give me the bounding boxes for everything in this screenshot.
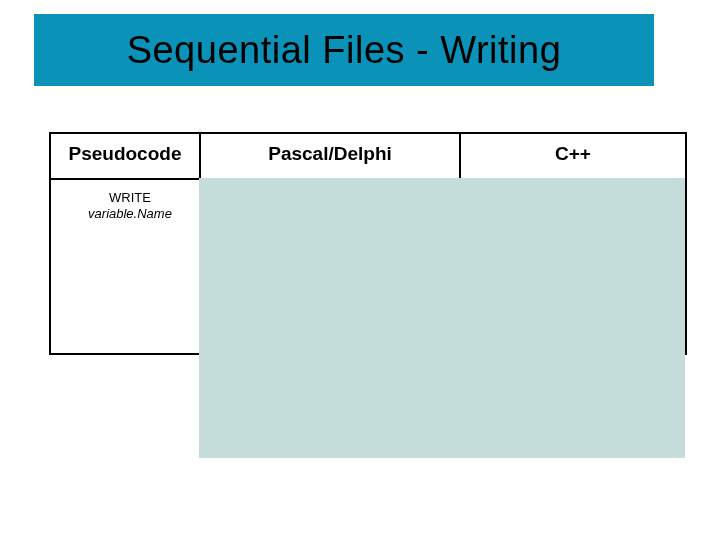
pseudocode-keyword: WRITE: [109, 190, 151, 205]
col-header-cpp: C++: [460, 133, 686, 179]
pseudocode-variable: variable.Name: [88, 206, 172, 221]
col-header-pascal-label: Pascal/Delphi: [201, 134, 459, 165]
col-header-pascal: Pascal/Delphi: [200, 133, 460, 179]
slide-title: Sequential Files - Writing: [127, 29, 562, 72]
col-header-pseudocode: Pseudocode: [50, 133, 200, 179]
col-header-cpp-label: C++: [461, 134, 685, 165]
pseudocode-snippet: WRITE variable.Name: [51, 180, 199, 223]
col-header-pseudocode-label: Pseudocode: [51, 134, 199, 165]
slide-title-bar: Sequential Files - Writing: [34, 14, 654, 86]
content-overlay-panel: [199, 178, 685, 458]
table-header-row: Pseudocode Pascal/Delphi C++: [50, 133, 686, 179]
cell-pseudocode: WRITE variable.Name: [50, 179, 200, 354]
